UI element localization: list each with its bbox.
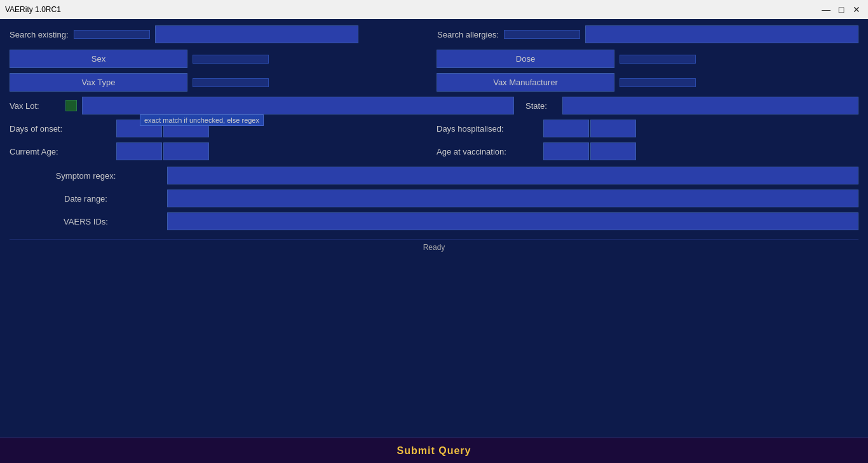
- sex-section: Sex: [10, 50, 431, 68]
- status-text: Ready: [423, 243, 445, 252]
- vax-type-section: Vax Type: [10, 73, 431, 92]
- search-allergies-label: Search allergies:: [437, 30, 499, 39]
- days-onset-min[interactable]: 0.0: [116, 120, 162, 137]
- sex-button[interactable]: Sex: [10, 50, 187, 68]
- search-existing-input[interactable]: [155, 25, 358, 43]
- vax-type-manufacturer-row: Vax Type Vax Manufacturer: [10, 73, 858, 92]
- bottom-bar: Submit Query: [0, 438, 868, 463]
- sex-value-dropdown[interactable]: [193, 55, 269, 64]
- age-vax-max[interactable]: 119.0: [590, 142, 636, 160]
- dose-value-dropdown[interactable]: [620, 55, 696, 64]
- days-hosp-range: 0.0 99999.0: [543, 120, 636, 137]
- days-onset-range: 0.0 44224.0: [116, 120, 209, 137]
- age-vax-min[interactable]: 0.0: [543, 142, 589, 160]
- minimize-button[interactable]: —: [820, 3, 832, 16]
- days-onset-section: Days of onset: 0.0 44224.0: [10, 120, 431, 137]
- window-controls: — □ ✕: [820, 3, 863, 16]
- sex-dose-row: Sex Dose: [10, 50, 858, 68]
- maximize-button[interactable]: □: [835, 3, 848, 16]
- days-hosp-max[interactable]: 99999.0: [590, 120, 636, 137]
- date-range-input[interactable]: [167, 190, 858, 207]
- vax-lot-checkbox[interactable]: [65, 100, 77, 111]
- days-onset-hosp-row: Days of onset: 0.0 44224.0 Days hospital…: [10, 120, 858, 137]
- main-content: Search existing: Search allergies: Sex D…: [0, 19, 868, 438]
- submit-query-button[interactable]: Submit Query: [397, 445, 471, 457]
- age-vax-section: Age at vaccination: 0.0 119.0: [437, 142, 858, 160]
- symptom-regex-input[interactable]: [167, 167, 858, 184]
- search-existing-label: Search existing:: [10, 30, 69, 39]
- date-range-label: Date range:: [10, 194, 162, 204]
- titlebar: VAERity 1.0RC1 — □ ✕: [0, 0, 868, 19]
- days-onset-max[interactable]: 44224.0: [163, 120, 209, 137]
- age-vax-label: Age at vaccination:: [437, 147, 538, 156]
- vax-type-dropdown[interactable]: [193, 78, 269, 87]
- search-row: Search existing: Search allergies:: [10, 25, 858, 43]
- current-age-label: Curremt Age:: [10, 147, 111, 156]
- search-existing-dropdown[interactable]: [74, 30, 150, 39]
- days-onset-label: Days of onset:: [10, 124, 111, 134]
- vaers-ids-input[interactable]: [167, 212, 858, 230]
- vax-manufacturer-section: Vax Manufacturer: [437, 73, 858, 92]
- vax-manufacturer-button[interactable]: Vax Manufacturer: [437, 73, 614, 92]
- symptom-regex-row: Symptom regex:: [10, 167, 858, 184]
- state-label: State:: [526, 101, 557, 111]
- close-button[interactable]: ✕: [850, 3, 863, 16]
- search-allergies-section: Search allergies:: [437, 25, 858, 43]
- dose-button[interactable]: Dose: [437, 50, 614, 68]
- date-range-row: Date range:: [10, 190, 858, 207]
- current-age-section: Curremt Age: 0.0 120.0: [10, 142, 431, 160]
- current-age-range: 0.0 120.0: [116, 142, 209, 160]
- app-title: VAERity 1.0RC1: [5, 5, 61, 14]
- vaers-ids-label: VAERS IDs:: [10, 217, 162, 226]
- status-bar: Ready: [10, 239, 858, 255]
- dose-section: Dose: [437, 50, 858, 68]
- state-input[interactable]: [562, 97, 858, 114]
- current-age-min[interactable]: 0.0: [116, 142, 162, 160]
- days-hosp-section: Days hospitalised: 0.0 99999.0: [437, 120, 858, 137]
- age-vax-range: 0.0 119.0: [543, 142, 636, 160]
- search-existing-section: Search existing:: [10, 25, 431, 43]
- vax-lot-state-row: Vax Lot: exact match if unchecked, else …: [10, 97, 858, 114]
- vax-manufacturer-dropdown[interactable]: [620, 78, 696, 87]
- symptom-regex-label: Symptom regex:: [10, 171, 162, 181]
- vax-type-button[interactable]: Vax Type: [10, 73, 187, 92]
- search-allergies-input[interactable]: [585, 25, 858, 43]
- vax-lot-input[interactable]: [82, 97, 514, 114]
- age-row: Curremt Age: 0.0 120.0 Age at vaccinatio…: [10, 142, 858, 160]
- search-allergies-dropdown[interactable]: [504, 30, 580, 39]
- days-hosp-label: Days hospitalised:: [437, 124, 538, 134]
- vaers-ids-row: VAERS IDs:: [10, 212, 858, 230]
- vax-lot-label: Vax Lot:: [10, 101, 60, 111]
- current-age-max[interactable]: 120.0: [163, 142, 209, 160]
- days-hosp-min[interactable]: 0.0: [543, 120, 589, 137]
